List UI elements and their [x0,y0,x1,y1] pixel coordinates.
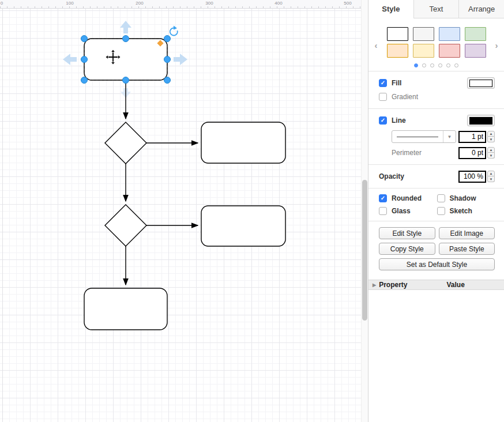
perimeter-input[interactable] [458,147,486,159]
scrollbar-thumb[interactable] [362,180,367,321]
style-swatch-purple[interactable] [465,44,486,58]
opacity-section: Opacity ▲▼ [368,164,504,188]
sketch-checkbox[interactable] [437,207,445,215]
page-dot[interactable] [438,63,442,67]
drawio-app: 0 100 200 300 400 500 [0,0,504,422]
line-width-input[interactable] [458,131,486,143]
resize-handle-s [123,77,129,84]
edit-style-button[interactable]: Edit Style [379,227,435,239]
format-tabs: Style Text Arrange [368,0,504,18]
disclosure-triangle-icon[interactable]: ▶ [373,282,376,288]
shape-options: Rounded Shadow Glass Sketch [368,188,504,221]
resize-handle-se [164,77,171,84]
gradient-label: Gradient [392,93,418,101]
canvas-area: 0 100 200 300 400 500 [0,0,368,422]
gradient-checkbox[interactable] [379,93,387,101]
style-swatch-red[interactable] [439,44,460,58]
resize-handle-w [81,56,88,63]
node-process2[interactable] [201,206,285,246]
perimeter-stepper[interactable]: ▲▼ [487,147,495,159]
edit-image-button[interactable]: Edit Image [439,227,495,239]
node-decision1[interactable] [105,122,146,164]
direction-arrow-right [174,54,187,65]
dropdown-arrow-icon: ▼ [443,131,456,142]
rounded-checkbox[interactable] [379,194,387,202]
perimeter-label: Perimeter [392,149,422,157]
style-swatch-green[interactable] [465,27,486,41]
style-actions: Edit Style Edit Image Copy Style Paste S… [368,221,504,277]
line-style-preview [392,137,443,137]
resize-handle-e [164,56,171,63]
line-section: Line ▼ ▲▼ Perim [368,108,504,164]
resize-handle-ne [164,36,171,42]
line-color-button[interactable] [467,115,495,126]
shadow-checkbox[interactable] [437,194,445,202]
node-decision2[interactable] [105,205,146,246]
set-default-style-button[interactable]: Set as Default Style [379,258,495,270]
glass-checkbox[interactable] [379,207,387,215]
page-dot[interactable] [454,63,458,67]
style-swatch-gray[interactable] [413,27,434,41]
ruler-label: 400 [274,1,282,6]
page-dot[interactable] [422,63,426,67]
ruler-label: 200 [136,1,143,6]
opacity-label: Opacity [379,172,404,180]
drawing-canvas[interactable] [0,9,361,422]
resize-handle-nw [81,36,88,42]
ruler-label: 300 [205,1,213,6]
style-swatch-blue[interactable] [439,27,460,41]
value-column-header: Value [447,281,465,289]
fill-checkbox[interactable] [379,79,387,87]
fill-color-button[interactable] [467,77,495,89]
paste-style-button[interactable]: Paste Style [439,243,495,255]
page-dot[interactable] [430,63,434,67]
presets-prev-icon[interactable]: ‹ [371,40,381,50]
line-style-dropdown[interactable]: ▼ [392,130,456,143]
ruler-label: 100 [66,1,73,6]
line-color-chip [469,117,492,125]
flowchart [0,9,361,422]
property-column-header: Property [379,281,407,289]
style-presets: ‹ › [368,18,504,71]
style-swatch-yellow[interactable] [413,44,434,58]
node-end[interactable] [84,288,167,330]
copy-style-button[interactable]: Copy Style [379,243,435,255]
step-down-icon: ▼ [487,137,495,142]
page-dot[interactable] [446,63,450,67]
fill-section: Fill Gradient [368,71,504,108]
node-process1[interactable] [201,122,285,163]
property-table-header[interactable]: ▶ Property Value [368,280,504,290]
horizontal-ruler: 0 100 200 300 400 500 [0,0,361,9]
edges[interactable] [126,80,198,285]
ruler-label: 0 [1,1,3,6]
line-checkbox[interactable] [379,116,387,125]
fill-color-chip [469,80,492,87]
shadow-label: Shadow [450,194,476,202]
step-up-icon: ▲ [487,147,495,153]
opacity-input[interactable] [458,171,486,183]
step-up-icon: ▲ [487,131,495,137]
resize-handle-sw [81,77,88,84]
rounded-label: Rounded [392,194,422,202]
canvas-vertical-scrollbar[interactable] [361,0,368,422]
step-down-icon: ▼ [487,176,495,182]
opacity-stepper[interactable]: ▲▼ [487,171,495,182]
format-panel: Style Text Arrange ‹ › [368,0,504,422]
direction-arrow-up [120,21,131,33]
rotate-handle[interactable] [170,26,178,36]
fill-label: Fill [392,79,401,87]
style-swatch-none[interactable] [387,27,408,41]
presets-pagination [368,63,504,67]
step-up-icon: ▲ [487,171,495,176]
node-start[interactable] [84,39,167,80]
tab-style[interactable]: Style [368,0,413,18]
tab-arrange[interactable]: Arrange [458,0,504,18]
style-swatch-orange[interactable] [387,44,408,58]
step-down-icon: ▼ [487,153,495,159]
page-dot[interactable] [414,63,418,67]
ruler-label: 500 [344,1,351,6]
tab-text[interactable]: Text [413,0,459,18]
line-width-stepper[interactable]: ▲▼ [487,131,495,142]
presets-next-icon[interactable]: › [492,40,501,50]
sketch-label: Sketch [450,207,472,215]
